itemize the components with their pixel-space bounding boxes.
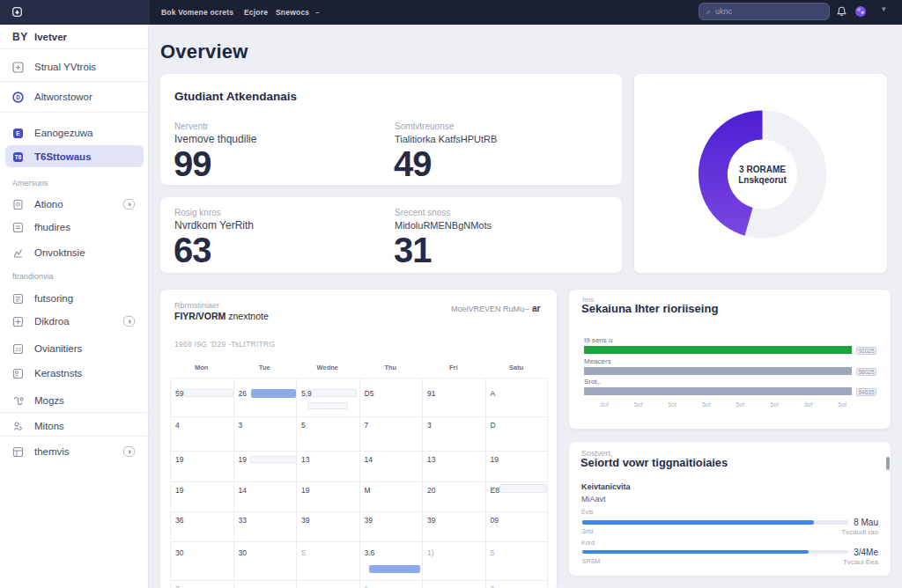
svg-text:T6: T6 bbox=[15, 154, 22, 160]
svg-text:D: D bbox=[16, 94, 20, 100]
svg-text:23: 23 bbox=[15, 347, 21, 352]
svg-text:E: E bbox=[16, 130, 20, 136]
